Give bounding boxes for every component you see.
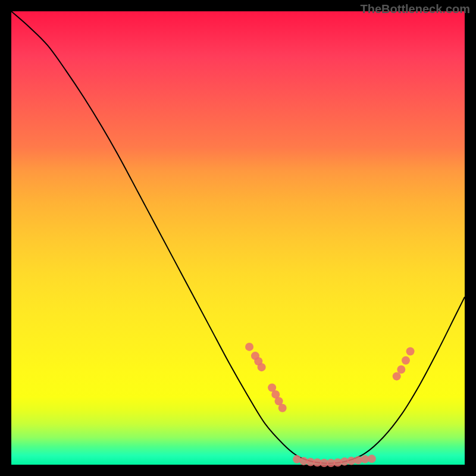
- data-markers: [245, 343, 415, 467]
- data-marker: [406, 347, 415, 356]
- watermark-text: TheBottleneck.com: [361, 2, 470, 16]
- chart-svg: [11, 11, 465, 465]
- data-marker: [368, 455, 376, 463]
- bottleneck-curve: [11, 11, 465, 464]
- data-marker: [393, 372, 401, 380]
- data-marker: [258, 363, 266, 371]
- data-marker: [397, 365, 405, 374]
- data-marker: [278, 404, 287, 412]
- data-marker: [245, 343, 253, 351]
- chart-plot-area: [11, 11, 465, 465]
- data-marker: [402, 356, 410, 365]
